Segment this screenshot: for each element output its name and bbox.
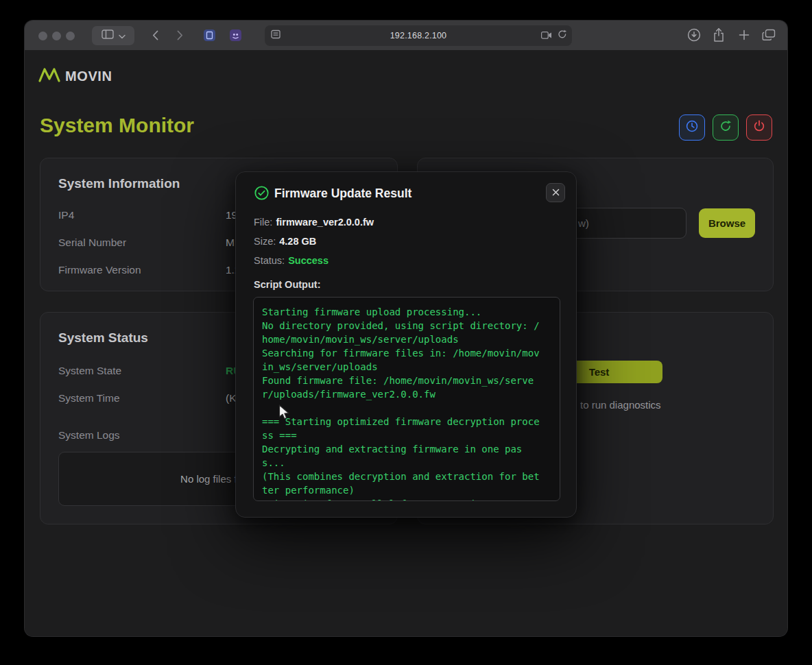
back-button[interactable] (147, 27, 163, 45)
header-actions (679, 114, 772, 141)
document-extension-icon (202, 28, 217, 45)
close-icon (552, 186, 560, 199)
share-button[interactable] (710, 27, 728, 45)
chevron-left-icon (152, 30, 158, 43)
reload-icon (558, 29, 567, 42)
downloads-button[interactable] (685, 27, 703, 45)
system-status-title: System Status (58, 330, 148, 346)
new-tab-button[interactable] (735, 27, 753, 45)
system-time-label: System Time (58, 392, 120, 404)
system-state-label: System State (58, 365, 121, 377)
status-line: Status:Success (254, 255, 329, 266)
brand: MOVIN (38, 67, 112, 86)
script-output-terminal[interactable]: Starting firmware upload processing... N… (253, 297, 560, 501)
check-circle-icon (254, 185, 270, 204)
reload-button[interactable] (557, 31, 568, 40)
browser-toolbar: 192.168.2.100 (25, 21, 787, 51)
camera-permission-icon (541, 29, 552, 42)
browse-button[interactable]: Browse (699, 208, 755, 238)
traffic-light-close-button[interactable] (38, 32, 47, 40)
share-icon (713, 27, 725, 45)
modal-close-button[interactable] (546, 183, 565, 202)
browser-window: 192.168.2.100 (25, 21, 787, 636)
serial-number-value: M (226, 237, 235, 249)
address-bar[interactable]: 192.168.2.100 (265, 25, 572, 46)
screenshot-root: 192.168.2.100 (0, 0, 812, 665)
page-title: System Monitor (40, 114, 194, 137)
ip4-label: IP4 (58, 209, 74, 221)
extension-purple-button[interactable] (226, 27, 244, 45)
site-settings-button[interactable] (540, 32, 553, 40)
file-label: File: (254, 217, 272, 228)
traffic-light-zoom-button[interactable] (66, 32, 75, 40)
page-content: MOVIN System Monitor (25, 51, 787, 636)
forward-button[interactable] (171, 27, 188, 45)
alien-extension-icon (228, 28, 243, 45)
system-logs-label: System Logs (58, 429, 120, 442)
size-label: Size: (254, 236, 276, 247)
file-value: firmware_ver2.0.0.fw (276, 217, 374, 228)
power-icon (752, 119, 766, 136)
tabs-icon (762, 29, 776, 44)
restart-button[interactable] (713, 114, 739, 141)
history-button[interactable] (679, 114, 705, 141)
chevron-right-icon (177, 30, 183, 43)
extension-blue-button[interactable] (200, 27, 218, 45)
modal-title: Firmware Update Result (274, 186, 411, 201)
system-information-title: System Information (58, 176, 180, 191)
tab-overview-button[interactable] (760, 27, 778, 45)
traffic-light-minimize-button[interactable] (52, 32, 61, 40)
clock-icon (685, 119, 699, 136)
refresh-icon (719, 119, 732, 136)
download-icon (686, 27, 702, 45)
serial-number-label: Serial Number (58, 237, 126, 249)
power-button[interactable] (746, 114, 772, 141)
size-line: Size:4.28 GB (254, 236, 316, 247)
firmware-update-result-modal: Firmware Update Result File:firmware_ver… (235, 171, 577, 518)
firmware-version-label: Firmware Version (58, 264, 141, 276)
url-text: 192.168.2.100 (265, 25, 572, 46)
chevron-down-icon (119, 29, 126, 42)
sidebar-toggle-button[interactable] (92, 26, 134, 45)
brand-name: MOVIN (65, 69, 112, 84)
file-line: File:firmware_ver2.0.0.fw (254, 217, 374, 228)
mouse-cursor (278, 404, 291, 424)
plus-icon (739, 29, 750, 43)
script-output-label: Script Output: (254, 279, 320, 290)
firmware-file-input-text: w) (578, 217, 589, 229)
status-label: Status: (254, 255, 285, 266)
diagnostics-hint-text: to run diagnostics (580, 399, 661, 411)
status-value: Success (288, 255, 329, 266)
sidebar-icon (102, 29, 114, 42)
movin-logo-icon (38, 67, 60, 86)
size-value: 4.28 GB (279, 236, 316, 247)
